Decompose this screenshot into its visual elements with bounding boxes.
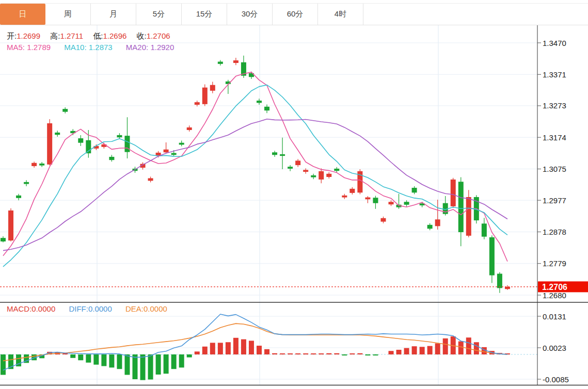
candle-down [117,135,122,137]
macd-bar-up [427,346,433,354]
macd-bar-up [319,353,324,354]
price-axis-label: 1.3371 [543,70,566,79]
macd-value: 0.0000 [31,304,55,313]
candle-down [1,238,6,241]
candle-up [505,287,510,289]
kline-chart[interactable]: 1.34701.33711.32731.31741.30751.29771.28… [0,0,588,389]
macd-bar-up [249,341,254,354]
macd-bar-down [373,354,378,355]
candle-down [179,143,184,145]
ma5-line [3,72,507,262]
candle-down [489,237,495,275]
candle-up [31,163,37,166]
macd-bar-up [443,338,448,354]
ma20-label: MA20: [126,43,148,52]
candle-down [404,202,409,205]
macd-bar-up [435,344,440,354]
candle-down [171,153,177,155]
macd-bar-down [342,354,347,355]
candle-down [482,223,487,236]
ma5-value: 1.2789 [27,43,51,52]
macd-bar-up [233,338,239,354]
macd-bar-down [1,354,6,375]
macd-label: MACD: [7,304,31,313]
macd-axis-label: -0.0085 [543,375,569,384]
macd-bar-up [226,342,231,354]
candle-down [334,169,339,171]
ma10-value: 1.2873 [89,43,113,52]
ohlc-legend: 开:1.2699 高:1.2711 低:1.2696 收:1.2706 [7,31,178,41]
price-axis-label: 1.2977 [543,196,566,205]
macd-bar-up [202,347,208,354]
candle-down [427,225,433,229]
macd-bar-up [272,353,277,354]
macd-bar-down [171,354,177,369]
candle-up [342,196,347,198]
candle-up [202,88,208,104]
low-label: 低: [93,31,103,40]
macd-bar-down [93,354,99,365]
diff-value: 0.0000 [88,304,112,313]
macd-bar-up [280,353,285,354]
current-price-badge-text: 1.2706 [542,283,567,291]
macd-bar-down [187,354,192,358]
candle-up [365,198,370,200]
candle-up [389,202,394,204]
macd-bar-up [257,346,262,354]
macd-bar-down [140,354,146,380]
macd-bar-up [420,347,425,354]
macd-legend: MACD:0.0000 DIFF:0.0000 DEA:0.0000 [7,304,167,313]
macd-bar-up [334,353,339,354]
candle-up [47,123,52,165]
candle-down [39,164,44,166]
candle-up [319,171,324,180]
macd-bar-up [466,337,471,354]
macd-bar-up [303,353,308,354]
candle-down [264,107,269,110]
candle-down [16,196,21,198]
candle-up [466,197,471,236]
macd-bar-down [164,354,169,374]
candle-up [187,127,192,130]
candle-down [24,182,29,184]
candle-down [497,274,502,288]
candle-up [195,102,200,105]
close-label: 收: [137,31,147,40]
candle-up [451,180,456,206]
ma5-label: MA5: [7,43,25,52]
open-label: 开: [7,31,17,40]
macd-bar-up [412,346,417,354]
macd-bar-down [124,354,130,375]
open-value: 1.2699 [17,31,40,40]
candle-up [210,85,215,91]
macd-bar-up [458,342,464,354]
price-axis-label: 1.3075 [543,165,566,173]
macd-bar-down [101,354,106,366]
ma10-label: MA10: [64,43,86,52]
macd-bar-up [396,350,402,354]
candle-down [272,152,277,155]
macd-bar-up [389,351,394,354]
candle-down [288,167,293,169]
macd-bar-up [349,353,355,354]
macd-bar-up [210,343,215,354]
candle-up [8,210,13,240]
candle-up [303,170,308,172]
candle-up [164,150,169,153]
candle-down [412,188,417,192]
candle-down [280,154,285,156]
macd-bar-up [288,353,293,354]
candle-up [233,60,239,63]
dea-label: DEA: [125,304,144,313]
close-value: 1.2706 [147,31,170,40]
ma10-line [3,85,507,267]
macd-bar-up [326,353,331,354]
high-label: 高: [50,31,60,40]
candle-up [435,219,440,226]
candle-down [373,198,378,203]
high-value: 1.2711 [60,31,83,40]
macd-bar-up [357,353,362,354]
price-axis-label: 1.2779 [543,259,566,268]
trading-chart-page: { "tabs": {"items": ["日","周","月","5分","1… [0,0,588,389]
candle-up [295,160,300,165]
